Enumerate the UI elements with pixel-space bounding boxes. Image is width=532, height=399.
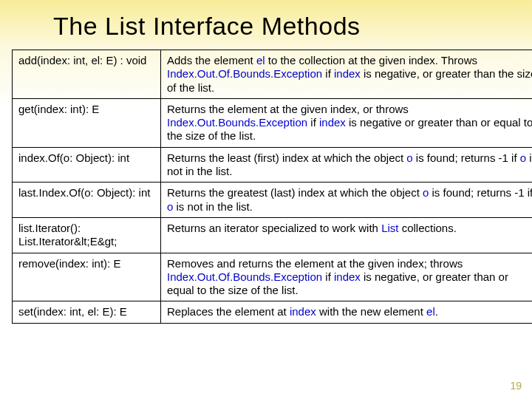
method-description: Returns the element at the given index, … (161, 98, 533, 147)
table-row: set(index: int, el: E): EReplaces the el… (13, 301, 533, 323)
table-row: index.Of(o: Object): intReturns the leas… (13, 147, 533, 183)
table-row: add(index: int, el: E) : voidAdds the el… (13, 50, 533, 99)
method-signature: list.Iterator(): List.Iterator&lt;E&gt; (13, 217, 161, 253)
method-description: Returns the least (first) index at which… (161, 147, 533, 183)
method-description: Removes and returns the element at the g… (161, 253, 533, 301)
method-description: Adds the element el to the collection at… (161, 50, 533, 99)
page-title: The List Interface Methods (12, 12, 520, 41)
method-description: Replaces the element at index with the n… (161, 301, 533, 323)
table-row: last.Index.Of(o: Object): intReturns the… (13, 183, 533, 218)
method-description: Returns an iterator specialized to work … (161, 217, 533, 253)
page-number: 19 (510, 380, 522, 392)
method-signature: remove(index: int): E (13, 253, 161, 301)
methods-table: add(index: int, el: E) : voidAdds the el… (12, 50, 532, 324)
method-signature: index.Of(o: Object): int (13, 147, 161, 183)
table-row: get(index: int): EReturns the element at… (13, 98, 533, 147)
table-row: remove(index: int): ERemoves and returns… (13, 253, 533, 301)
slide: The List Interface Methods add(index: in… (0, 0, 532, 399)
table-row: list.Iterator(): List.Iterator&lt;E&gt;R… (13, 217, 533, 253)
method-signature: set(index: int, el: E): E (13, 301, 161, 323)
method-signature: get(index: int): E (13, 98, 161, 147)
method-signature: add(index: int, el: E) : void (13, 50, 161, 99)
method-signature: last.Index.Of(o: Object): int (13, 183, 161, 218)
method-description: Returns the greatest (last) index at whi… (161, 183, 533, 218)
methods-tbody: add(index: int, el: E) : voidAdds the el… (13, 50, 533, 324)
